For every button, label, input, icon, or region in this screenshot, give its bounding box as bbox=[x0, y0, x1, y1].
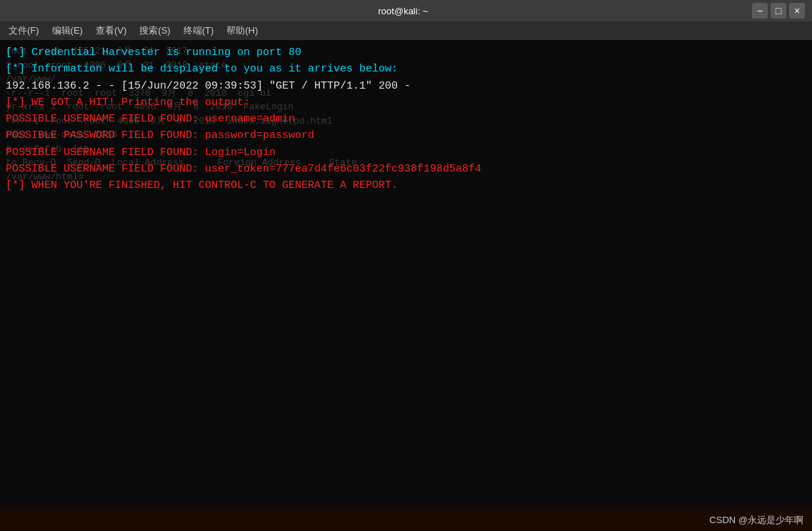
terminal-line-1: [*] Credential Harvester is running on p… bbox=[6, 44, 806, 61]
terminal-line-3: 192.168.136.2 - - [15/Jun/2022 09:39:53]… bbox=[6, 78, 806, 94]
maximize-button[interactable]: □ bbox=[771, 3, 786, 19]
menu-terminal[interactable]: 终端(T) bbox=[178, 23, 220, 39]
menu-search[interactable]: 搜索(S) bbox=[134, 23, 176, 39]
window-controls: − □ × bbox=[752, 3, 805, 19]
menu-help[interactable]: 帮助(H) bbox=[221, 23, 264, 39]
terminal-line-7: POSSIBLE USERNAME FIELD FOUND: Login=Log… bbox=[6, 144, 806, 161]
bottombar: CSDN @永远是少年啊 bbox=[0, 510, 812, 531]
menu-edit[interactable]: 编辑(E) bbox=[46, 23, 89, 39]
terminal-line-9: [*] WHEN YOU'RE FINISHED, HIT CONTROL-C … bbox=[6, 177, 806, 194]
terminal-output: [*] Credential Harvester is running on p… bbox=[6, 44, 806, 194]
terminal-line-8: POSSIBLE USERNAME FIELD FOUND: user_toke… bbox=[6, 161, 806, 177]
terminal-line-2: [*] Information will be displayed to you… bbox=[6, 61, 806, 77]
menubar: 文件(F) 编辑(E) 查看(V) 搜索(S) 终端(T) 帮助(H) bbox=[0, 21, 812, 40]
window-title: root@kali: ~ bbox=[54, 6, 752, 16]
bottombar-text: CSDN @永远是少年啊 bbox=[709, 514, 803, 527]
menu-view[interactable]: 查看(V) bbox=[90, 23, 132, 39]
terminal-line-6: POSSIBLE PASSWORD FIELD FOUND: password=… bbox=[6, 127, 806, 144]
terminal-line-5: POSSIBLE USERNAME FIELD FOUND: username=… bbox=[6, 111, 806, 127]
terminal-window[interactable]: root root 155021 9月 21 2017 2_root root … bbox=[0, 40, 812, 510]
titlebar: root@kali: ~ − □ × bbox=[0, 0, 812, 21]
close-button[interactable]: × bbox=[789, 3, 805, 19]
terminal-line-4: [*] WE GOT A HIT! Printing the output: bbox=[6, 94, 806, 111]
menu-file[interactable]: 文件(F) bbox=[3, 23, 45, 39]
minimize-button[interactable]: − bbox=[752, 3, 768, 19]
